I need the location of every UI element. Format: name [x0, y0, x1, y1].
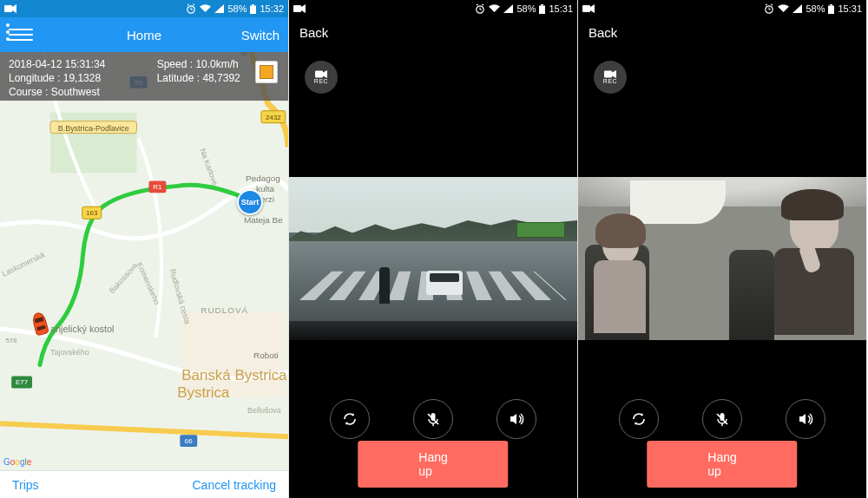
- video-icon: [582, 4, 595, 13]
- switch-camera-button[interactable]: [330, 399, 370, 439]
- screen-front-camera: 58% 15:31 Back REC Hang up: [289, 0, 578, 498]
- trips-button[interactable]: Trips: [12, 478, 39, 492]
- android-status-bar: 58% 15:32: [0, 0, 288, 17]
- camera-icon: [315, 70, 327, 78]
- call-controls: [578, 399, 866, 439]
- menu-button[interactable]: [9, 25, 33, 44]
- mute-mic-button[interactable]: [702, 399, 742, 439]
- svg-rect-46: [315, 71, 323, 78]
- wifi-icon: [489, 4, 500, 13]
- tracking-info-panel: 2018-04-12 15:31:34 Speed : 10.0km/h Lon…: [0, 52, 288, 101]
- clock: 15:32: [260, 3, 284, 14]
- wifi-icon: [778, 4, 789, 13]
- refresh-icon: [341, 410, 358, 428]
- svg-rect-42: [293, 5, 301, 12]
- svg-text:R1: R1: [153, 183, 162, 191]
- info-latitude: 48,7392: [202, 72, 240, 84]
- svg-rect-2: [250, 5, 256, 14]
- mute-mic-button[interactable]: [413, 399, 453, 439]
- alarm-icon: [764, 3, 774, 14]
- battery-icon: [250, 4, 256, 14]
- svg-rect-53: [604, 71, 612, 78]
- speaker-button[interactable]: [786, 399, 825, 439]
- record-button[interactable]: REC: [594, 61, 627, 94]
- svg-text:578: 578: [5, 337, 17, 344]
- svg-text:Bystrica: Bystrica: [177, 384, 230, 401]
- switch-camera-button[interactable]: [619, 399, 659, 439]
- back-button[interactable]: Back: [589, 25, 617, 40]
- clock: 15:31: [838, 3, 862, 14]
- cancel-tracking-button[interactable]: Cancel tracking: [193, 478, 277, 492]
- hang-up-button[interactable]: Hang up: [647, 441, 797, 488]
- refresh-icon: [630, 410, 648, 428]
- android-status-bar: 58% 15:31: [289, 0, 577, 17]
- signal-icon: [503, 4, 513, 13]
- alarm-icon: [475, 3, 485, 14]
- battery-icon: [539, 4, 545, 14]
- info-speed: 10.0km/h: [195, 58, 238, 70]
- svg-text:RUDLOVÁ: RUDLOVÁ: [201, 305, 248, 315]
- speaker-icon: [797, 410, 814, 428]
- dashcam-video-feed[interactable]: [289, 177, 577, 340]
- screen-cabin-camera: 58% 15:31 Back REC Hang up: [578, 0, 867, 498]
- svg-rect-44: [539, 5, 545, 14]
- signal-icon: [792, 4, 802, 13]
- android-status-bar: 58% 15:31: [578, 0, 866, 17]
- svg-text:Bellušova: Bellušova: [247, 406, 281, 415]
- google-attribution: Google: [3, 457, 31, 467]
- info-course: Southwest: [51, 86, 100, 98]
- svg-text:66: 66: [185, 437, 193, 445]
- svg-text:B.Bystrica-Podlavice: B.Bystrica-Podlavice: [58, 124, 129, 133]
- switch-button[interactable]: Switch: [241, 28, 279, 43]
- svg-rect-3: [252, 4, 254, 6]
- svg-rect-0: [4, 5, 12, 12]
- svg-rect-52: [830, 4, 832, 6]
- battery-icon: [828, 4, 834, 14]
- map-view[interactable]: 163 R1 E77 59 66 2432 Banská Bystrica By…: [0, 52, 288, 470]
- svg-text:Roboti: Roboti: [253, 351, 279, 360]
- battery-percent: 58%: [806, 3, 825, 14]
- svg-rect-51: [828, 5, 834, 14]
- wifi-icon: [200, 4, 211, 13]
- mic-off-icon: [424, 410, 442, 428]
- cabin-video-feed[interactable]: [578, 177, 866, 340]
- svg-text:Banská Bystrica: Banská Bystrica: [181, 367, 287, 383]
- svg-text:Pedagog: Pedagog: [246, 174, 280, 183]
- info-datetime: 2018-04-12 15:31:34: [9, 57, 145, 71]
- map-layers-button[interactable]: [255, 61, 278, 83]
- clock: 15:31: [549, 3, 573, 14]
- svg-text:163: 163: [86, 209, 98, 217]
- speaker-icon: [508, 410, 525, 428]
- camera-icon: [604, 70, 616, 78]
- svg-text:Tajovského: Tajovského: [50, 348, 89, 357]
- svg-rect-49: [582, 5, 590, 12]
- video-icon: [293, 4, 306, 13]
- video-icon: [4, 4, 16, 13]
- svg-text:anjelický kostol: anjelický kostol: [50, 324, 115, 334]
- info-longitude: 19,1328: [63, 72, 101, 84]
- battery-percent: 58%: [516, 3, 536, 14]
- bottom-toolbar: Trips Cancel tracking: [0, 470, 288, 498]
- svg-text:E77: E77: [16, 378, 29, 386]
- route-start-marker[interactable]: Start: [237, 189, 265, 217]
- battery-percent: 58%: [227, 3, 247, 14]
- record-button[interactable]: REC: [305, 61, 338, 94]
- app-header: Home Switch: [0, 17, 288, 52]
- alarm-icon: [186, 3, 196, 14]
- svg-text:2432: 2432: [266, 114, 281, 121]
- svg-rect-45: [541, 4, 543, 6]
- back-button[interactable]: Back: [299, 25, 328, 40]
- hang-up-button[interactable]: Hang up: [358, 441, 508, 488]
- speaker-button[interactable]: [496, 399, 536, 439]
- screen-map: 58% 15:32 Home Switch 163 R1 E77: [0, 0, 289, 498]
- call-controls: [289, 399, 577, 439]
- signal-icon: [214, 4, 224, 13]
- mic-off-icon: [713, 410, 731, 428]
